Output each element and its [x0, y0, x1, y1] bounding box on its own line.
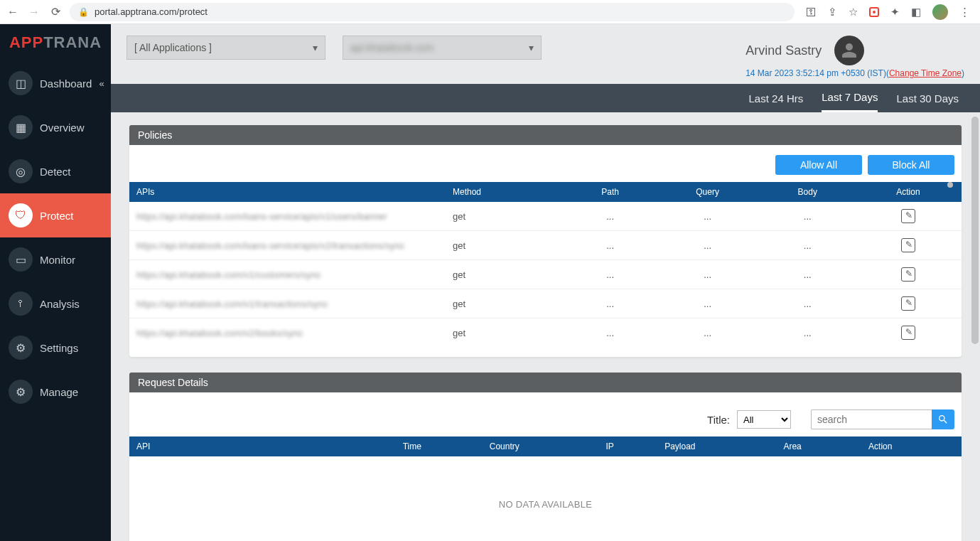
col-header-ip: IP [598, 436, 657, 456]
search-input[interactable] [811, 409, 932, 429]
forward-button[interactable]: → [27, 6, 41, 18]
timestamp: 14 Mar 2023 3:52:14 pm +0530 (IST)(Chang… [745, 68, 964, 78]
share-icon[interactable]: ⇪ [828, 6, 837, 18]
title-filter-select[interactable]: All [737, 410, 791, 429]
sidepanel-icon[interactable]: ◧ [911, 6, 921, 18]
key-icon[interactable]: ⚿ [806, 6, 817, 18]
request-details-panel: Request Details Title: All [129, 373, 962, 541]
sidebar-item-overview[interactable]: ▦ Overview [0, 105, 111, 149]
settings-icon: ⚙ [9, 336, 33, 360]
table-row: https://api.khatabook.com/loans-service/… [129, 231, 962, 260]
block-all-button[interactable]: Block All [868, 155, 954, 175]
sidebar-item-detect[interactable]: ◎ Detect [0, 149, 111, 193]
table-scroll-indicator[interactable] [947, 182, 953, 188]
sidebar-item-label: Overview [40, 122, 85, 134]
star-icon[interactable]: ☆ [849, 6, 858, 18]
timestamp-text: 14 Mar 2023 3:52:14 pm +0530 (IST) [745, 68, 886, 78]
requests-table: API Time Country IP Payload Area Action [129, 436, 962, 456]
cell-api: https://api.khatabook.com/loans-service/… [129, 231, 446, 260]
col-header-body: Body [760, 182, 855, 202]
scrollbar[interactable] [971, 117, 979, 541]
sidebar-item-label: Dashboard [40, 77, 92, 90]
sidebar-item-label: Analysis [40, 298, 80, 310]
cell-body: ... [760, 289, 855, 318]
extensions-icon[interactable]: ✦ [890, 6, 900, 18]
sidebar-item-analysis[interactable]: ⫯ Analysis [0, 282, 111, 326]
main: [ All Applications ] ▾ api.khatabook.com… [111, 24, 980, 541]
cell-body: ... [760, 260, 855, 289]
cell-action [855, 260, 962, 289]
sidebar-item-manage[interactable]: ⚙ Manage [0, 370, 111, 414]
application-selector[interactable]: [ All Applications ] ▾ [126, 36, 325, 60]
col-header-payload: Payload [657, 436, 776, 456]
col-header-action: Action [855, 182, 962, 202]
cell-path: ... [566, 289, 655, 318]
cell-path: ... [566, 318, 655, 348]
sidebar-item-settings[interactable]: ⚙ Settings [0, 326, 111, 370]
cell-action [855, 289, 962, 318]
application-selector-label: [ All Applications ] [134, 42, 212, 53]
col-header-apis: APIs [129, 182, 446, 202]
table-row: https://api.khatabook.com/v1/customers/s… [129, 260, 962, 289]
table-row: https://api.khatabook.com/loans-service/… [129, 202, 962, 231]
edit-icon[interactable] [901, 326, 915, 340]
sidebar-item-protect[interactable]: 🛡 Protect [0, 193, 111, 237]
capture-icon[interactable] [869, 7, 879, 17]
cell-api: https://api.khatabook.com/v1/transaction… [129, 289, 446, 318]
chevron-down-icon: ▾ [313, 42, 318, 53]
cell-method: get [446, 260, 566, 289]
col-header-query: Query [655, 182, 760, 202]
monitor-icon: ▭ [9, 247, 33, 272]
cell-action [855, 202, 962, 231]
edit-icon[interactable] [901, 267, 915, 282]
request-details-title: Request Details [129, 373, 962, 392]
col-header-time: Time [396, 436, 483, 456]
address-bar[interactable]: 🔒 portal.apptrana.com/protect [70, 3, 795, 21]
detect-icon: ◎ [9, 159, 33, 183]
user-block: Arvind Sastry 14 Mar 2023 3:52:14 pm +05… [745, 36, 964, 78]
sidebar-item-label: Manage [40, 386, 78, 398]
range-30d[interactable]: Last 30 Days [896, 85, 959, 112]
protect-icon: 🛡 [9, 203, 33, 227]
cell-query: ... [655, 202, 760, 231]
change-timezone-link[interactable]: Change Time Zone [889, 68, 962, 78]
table-row: https://api.khatabook.com/v1/transaction… [129, 289, 962, 318]
search-button[interactable] [932, 409, 954, 429]
user-avatar[interactable] [834, 36, 864, 65]
cell-query: ... [655, 318, 760, 348]
col-header-action: Action [861, 436, 962, 456]
user-name: Arvind Sastry [745, 43, 822, 58]
cell-method: get [446, 289, 566, 318]
sidebar-item-dashboard[interactable]: ◫ Dashboard « [0, 61, 111, 105]
back-button[interactable]: ← [6, 6, 20, 18]
reload-button[interactable]: ⟳ [48, 5, 63, 18]
cell-action [855, 231, 962, 260]
cell-api: https://api.khatabook.com/loans-service/… [129, 202, 446, 231]
cell-action [855, 318, 962, 348]
overview-icon: ▦ [9, 115, 33, 139]
cell-method: get [446, 318, 566, 348]
title-filter-label: Title: [707, 414, 730, 426]
profile-avatar-icon[interactable] [932, 4, 948, 20]
cell-path: ... [566, 202, 655, 231]
policies-table: APIs Method Path Query Body Action https… [129, 182, 962, 347]
logo-part1: APP [9, 33, 43, 52]
edit-icon[interactable] [901, 296, 915, 311]
topbar: [ All Applications ] ▾ api.khatabook.com… [111, 24, 980, 84]
range-7d[interactable]: Last 7 Days [822, 84, 878, 112]
sidebar: APPTRANA ◫ Dashboard « ▦ Overview ◎ Dete… [0, 24, 111, 541]
browser-chrome: ← → ⟳ 🔒 portal.apptrana.com/protect ⚿ ⇪ … [0, 0, 980, 24]
edit-icon[interactable] [901, 209, 915, 223]
sidebar-item-monitor[interactable]: ▭ Monitor [0, 237, 111, 282]
range-24h[interactable]: Last 24 Hrs [749, 85, 804, 112]
menu-icon[interactable]: ⋮ [959, 6, 970, 18]
cell-api: https://api.khatabook.com/v1/customers/s… [129, 260, 446, 289]
cell-path: ... [566, 231, 655, 260]
edit-icon[interactable] [901, 238, 915, 252]
site-selector[interactable]: api.khatabook.com ▾ [343, 36, 542, 60]
col-header-country: Country [483, 436, 599, 456]
sidebar-item-label: Settings [40, 342, 78, 354]
chevron-left-icon: « [99, 78, 104, 89]
allow-all-button[interactable]: Allow All [775, 155, 862, 175]
col-header-area: Area [776, 436, 861, 456]
